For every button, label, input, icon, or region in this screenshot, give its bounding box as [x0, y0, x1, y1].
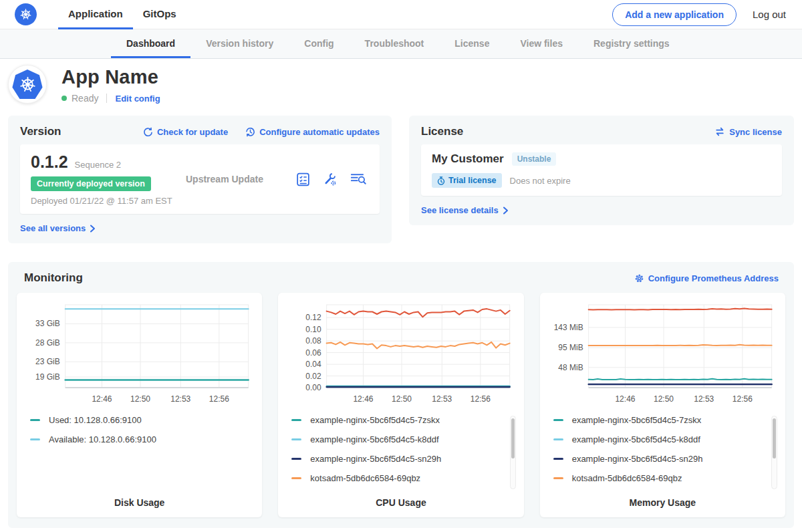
- logout-link[interactable]: Log out: [753, 9, 786, 20]
- gear-icon: [634, 273, 644, 283]
- svg-text:28 GiB: 28 GiB: [35, 338, 60, 348]
- configure-automatic-updates-link[interactable]: Configure automatic updates: [245, 127, 380, 137]
- disk-usage-legend: Used: 10.128.0.66:9100Available: 10.128.…: [30, 414, 254, 495]
- app-header: App Name Ready Edit config: [0, 59, 802, 112]
- refresh-icon: [143, 127, 153, 137]
- update-type-label: Upstream Update: [186, 174, 295, 184]
- legend-item: example-nginx-5bc6f5d4c5-k8ddf: [291, 434, 503, 445]
- divider: [106, 94, 107, 103]
- svg-text:12:46: 12:46: [615, 394, 635, 404]
- kubernetes-heptagon-icon: [12, 70, 43, 99]
- current-version-box: 0.1.2 Sequence 2 Currently deployed vers…: [20, 144, 380, 214]
- legend-scrollbar-thumb[interactable]: [511, 418, 515, 458]
- subnav-tab-license[interactable]: License: [439, 29, 505, 58]
- svg-text:12:50: 12:50: [130, 394, 150, 404]
- svg-text:48 MiB: 48 MiB: [558, 363, 583, 372]
- legend-color-dash: [553, 438, 563, 440]
- legend-color-dash: [553, 419, 563, 421]
- status-dot: [61, 96, 67, 101]
- svg-text:12:50: 12:50: [654, 394, 674, 404]
- clock-arrow-icon: [245, 127, 255, 137]
- memory-usage-chart: 48 MiB95 MiB143 MiB12:4612:5012:5312:56: [547, 299, 779, 409]
- subnav-tab-troubleshoot[interactable]: Troubleshoot: [350, 29, 440, 58]
- version-number: 0.1.2: [31, 152, 68, 172]
- subnav-tab-config[interactable]: Config: [289, 29, 349, 58]
- deployed-timestamp: Deployed 01/21/22 @ 11:57 am EST: [31, 196, 186, 206]
- memory-usage-card: 48 MiB95 MiB143 MiB12:4612:5012:5312:56 …: [540, 293, 785, 517]
- see-all-versions-link[interactable]: See all versions: [20, 223, 96, 233]
- top-tab-application[interactable]: Application: [58, 0, 133, 29]
- chart-title-disk: Disk Usage: [23, 497, 255, 508]
- legend-color-dash: [30, 438, 40, 440]
- page-title: App Name: [61, 66, 160, 88]
- wrench-gear-icon: [322, 172, 338, 187]
- stopwatch-icon: [437, 176, 445, 185]
- legend-scrollbar-thumb[interactable]: [773, 418, 776, 458]
- preflight-checks-button[interactable]: [295, 172, 311, 187]
- legend-label: example-nginx-5bc6f5d4c5-sn29h: [310, 454, 441, 464]
- legend-label: example-nginx-5bc6f5d4c5-7zskx: [572, 415, 702, 425]
- legend-item: example-nginx-5bc6f5d4c5-k8ddf: [553, 434, 765, 445]
- monitoring-section: Monitoring Configure Prometheus Address …: [8, 262, 794, 528]
- edit-config-link[interactable]: Edit config: [115, 94, 160, 104]
- svg-text:12:46: 12:46: [354, 394, 374, 404]
- check-for-update-link[interactable]: Check for update: [143, 127, 228, 137]
- add-new-application-button[interactable]: Add a new application: [612, 3, 737, 26]
- license-expiration: Does not expire: [510, 176, 571, 186]
- legend-label: example-nginx-5bc6f5d4c5-7zskx: [310, 415, 440, 425]
- subnav-tab-view-files[interactable]: View files: [505, 29, 578, 58]
- subnav-tab-registry-settings[interactable]: Registry settings: [578, 29, 685, 58]
- logs-search-icon: [350, 172, 366, 186]
- legend-color-dash: [291, 458, 301, 460]
- svg-text:143 MiB: 143 MiB: [553, 323, 583, 332]
- svg-text:0.10: 0.10: [306, 325, 322, 334]
- version-card-title: Version: [20, 125, 61, 138]
- legend-item: example-nginx-5bc6f5d4c5-sn29h: [291, 453, 503, 464]
- legend-item: kotsadm-5db6dc6584-69qbz: [291, 473, 503, 484]
- subnav-tab-version-history[interactable]: Version history: [190, 29, 289, 58]
- version-card: Version Check for update Configure au: [8, 116, 392, 243]
- svg-text:33 GiB: 33 GiB: [35, 319, 60, 328]
- legend-color-dash: [553, 477, 563, 479]
- legend-color-dash: [291, 419, 301, 421]
- config-values-button[interactable]: [322, 172, 338, 187]
- top-nav-tabs: Application GitOps: [58, 0, 186, 29]
- legend-scrollbar[interactable]: [771, 416, 777, 489]
- license-details-box: My Customer Unstable Trial license Does …: [421, 144, 782, 196]
- svg-text:23 GiB: 23 GiB: [35, 357, 60, 366]
- configure-prometheus-link[interactable]: Configure Prometheus Address: [634, 273, 779, 283]
- legend-item: example-nginx-5bc6f5d4c5-7zskx: [291, 414, 503, 426]
- legend-label: kotsadm-5db6dc6584-69qbz: [572, 473, 682, 483]
- legend-label: example-nginx-5bc6f5d4c5-k8ddf: [572, 434, 700, 444]
- svg-text:12:50: 12:50: [392, 394, 412, 404]
- top-tab-gitops[interactable]: GitOps: [133, 0, 186, 29]
- deploy-logs-button[interactable]: [350, 172, 366, 186]
- legend-item: Available: 10.128.0.66:9100: [30, 434, 242, 445]
- kubernetes-logo-icon[interactable]: [15, 3, 37, 25]
- status-text: Ready: [72, 93, 98, 104]
- svg-text:0.00: 0.00: [306, 383, 322, 392]
- svg-text:12:56: 12:56: [732, 394, 752, 404]
- cpu-usage-card: 0.000.020.040.060.080.100.1212:4612:5012…: [278, 293, 523, 517]
- sync-license-link[interactable]: Sync license: [714, 127, 782, 137]
- helm-wheel-icon: [19, 76, 37, 94]
- chevron-right-icon: [503, 207, 509, 215]
- trial-license-badge: Trial license: [432, 173, 502, 188]
- chevron-right-icon: [90, 225, 96, 233]
- license-card: License Sync license My Customer Unstabl…: [409, 116, 794, 225]
- legend-item: example-nginx-5bc6f5d4c5-7zskx: [553, 414, 765, 426]
- top-nav: Application GitOps Add a new application…: [0, 0, 802, 29]
- legend-item: example-nginx-5bc6f5d4c5-sn29h: [553, 453, 765, 464]
- cpu-usage-legend: example-nginx-5bc6f5d4c5-7zskxexample-ng…: [291, 414, 515, 495]
- see-license-details-link[interactable]: See license details: [421, 205, 509, 215]
- cpu-usage-chart: 0.000.020.040.060.080.100.1212:4612:5012…: [285, 299, 517, 409]
- svg-text:0.02: 0.02: [306, 372, 322, 381]
- sequence-label: Sequence 2: [75, 160, 121, 170]
- customer-name: My Customer: [432, 152, 504, 166]
- subnav-tab-dashboard[interactable]: Dashboard: [111, 29, 190, 58]
- currently-deployed-badge: Currently deployed version: [31, 176, 151, 191]
- legend-color-dash: [291, 477, 301, 479]
- legend-item: kotsadm-5db6dc6584-69qbz: [553, 473, 765, 484]
- helm-wheel-icon: [19, 8, 32, 21]
- legend-scrollbar[interactable]: [510, 416, 516, 489]
